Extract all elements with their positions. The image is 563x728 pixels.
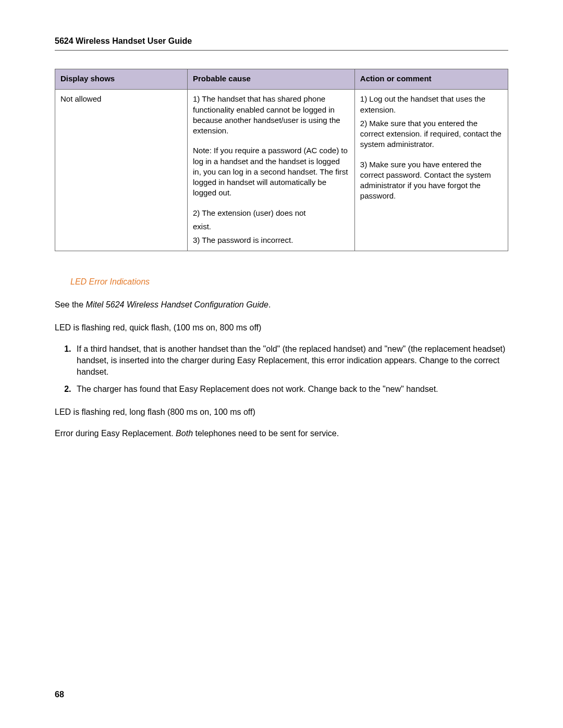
led-quick-flash-text: LED is flashing red, quick flash, (100 m…	[55, 322, 508, 334]
led-long-flash-text: LED is flashing red, long flash (800 ms …	[55, 406, 508, 418]
action-text: 2) Make sure that you entered the correc…	[360, 118, 503, 150]
cell-action: 1) Log out the handset that uses the ext…	[354, 90, 508, 251]
cause-text: exist.	[193, 221, 349, 232]
action-text: 1) Log out the handset that uses the ext…	[360, 94, 503, 115]
table-row: Not allowed 1) The handset that has shar…	[55, 90, 508, 251]
page-number: 68	[55, 690, 64, 699]
error-prefix: Error during Easy Replacement.	[55, 429, 176, 438]
see-reference: See the Mitel 5624 Wireless Handset Conf…	[55, 299, 508, 311]
table-header-action: Action or comment	[354, 69, 508, 90]
list-item: The charger has found that Easy Replacem…	[74, 384, 508, 395]
see-suffix: .	[268, 300, 271, 309]
cause-text: 3) The password is incorrect.	[193, 235, 349, 245]
section-heading: LED Error Indications	[70, 277, 508, 287]
troubleshooting-table: Display shows Probable cause Action or c…	[55, 69, 508, 251]
cell-display: Not allowed	[55, 90, 188, 251]
action-text: 3) Make sure you have entered the correc…	[360, 159, 503, 202]
page-header: 5624 Wireless Handset User Guide	[55, 36, 508, 51]
see-prefix: See the	[55, 300, 86, 309]
numbered-list: If a third handset, that is another hand…	[74, 343, 508, 394]
cause-note: Note: If you require a password (AC code…	[193, 145, 349, 198]
error-suffix: telephones need to be sent for service.	[193, 429, 339, 438]
table-header-cause: Probable cause	[188, 69, 355, 90]
table-header-display: Display shows	[55, 69, 188, 90]
cause-text: 2) The extension (user) does not	[193, 208, 349, 218]
error-italic: Both	[176, 429, 193, 438]
cell-cause: 1) The handset that has shared phone fun…	[188, 90, 355, 251]
error-text: Error during Easy Replacement. Both tele…	[55, 428, 508, 439]
list-item: If a third handset, that is another hand…	[74, 343, 508, 377]
cause-text: 1) The handset that has shared phone fun…	[193, 94, 349, 136]
see-doc-title: Mitel 5624 Wireless Handset Configuratio…	[86, 300, 268, 309]
